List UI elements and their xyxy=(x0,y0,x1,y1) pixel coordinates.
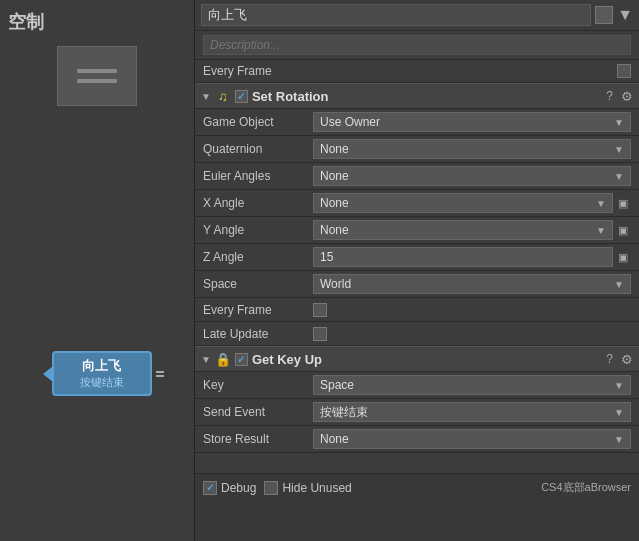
prop-label-z-angle: Z Angle xyxy=(203,250,313,264)
get-key-up-lock-icon: 🔒 xyxy=(215,351,231,367)
prop-label-late-update: Late Update xyxy=(203,327,313,341)
top-bar: ▼ xyxy=(195,0,639,31)
prop-row-y-angle: Y Angle None ▼ ▣ xyxy=(195,217,639,244)
top-bar-arrow-icon[interactable]: ▼ xyxy=(617,6,633,24)
prop-row-every-frame: Every Frame xyxy=(195,298,639,322)
set-rotation-header: ▼ ♫ ✓ Set Rotation ? ⚙ xyxy=(195,83,639,109)
set-rotation-enabled-checkbox[interactable]: ✓ xyxy=(235,90,248,103)
prop-row-late-update: Late Update xyxy=(195,322,639,346)
prop-label-x-angle: X Angle xyxy=(203,196,313,210)
preview-lines xyxy=(77,69,117,83)
space-dropdown[interactable]: World ▼ xyxy=(313,274,631,294)
prop-value-y-angle: None ▼ ▣ xyxy=(313,220,631,240)
quaternion-dropdown[interactable]: None ▼ xyxy=(313,139,631,159)
debug-label: Debug xyxy=(221,481,256,495)
z-angle-input[interactable] xyxy=(313,247,613,267)
late-update-checkbox[interactable] xyxy=(313,327,327,341)
get-key-up-enabled-checkbox[interactable]: ✓ xyxy=(235,353,248,366)
quaternion-value: None xyxy=(320,142,349,156)
prop-value-every-frame xyxy=(313,303,631,317)
y-angle-extra-icon: ▣ xyxy=(615,224,631,237)
prop-value-send-event: 按键结束 ▼ xyxy=(313,402,631,422)
bottom-right-text: CS4底部aBrowser xyxy=(541,480,631,495)
connector-lines xyxy=(156,371,164,377)
prop-label-space: Space xyxy=(203,277,313,291)
right-panel-wrap: ▼ Every Frame ▼ ♫ ✓ Set Rotation ? ⚙ Gam… xyxy=(195,0,639,541)
preview-line-2 xyxy=(77,79,117,83)
node-connector xyxy=(156,371,164,377)
connector-line-1 xyxy=(156,371,164,373)
prop-label-key: Key xyxy=(203,378,313,392)
left-panel: 空制 向上飞 按键结束 xyxy=(0,0,195,541)
set-rotation-chevron-icon[interactable]: ▼ xyxy=(201,91,211,102)
key-value: Space xyxy=(320,378,354,392)
get-key-up-chevron-icon[interactable]: ▼ xyxy=(201,354,211,365)
debug-checkbox-wrap: ✓ Debug xyxy=(203,481,256,495)
game-object-value: Use Owner xyxy=(320,115,380,129)
set-rotation-music-icon: ♫ xyxy=(215,88,231,104)
every-frame-top-checkbox[interactable] xyxy=(617,64,631,78)
y-angle-dropdown[interactable]: None ▼ xyxy=(313,220,613,240)
store-result-arrow-icon: ▼ xyxy=(614,434,624,445)
get-key-up-title: Get Key Up xyxy=(252,352,602,367)
x-angle-value: None xyxy=(320,196,349,210)
prop-row-x-angle: X Angle None ▼ ▣ xyxy=(195,190,639,217)
every-frame-top-row: Every Frame xyxy=(195,60,639,83)
prop-value-euler-angles: None ▼ xyxy=(313,166,631,186)
node-title: 向上飞 xyxy=(62,357,142,375)
x-angle-extra-icon: ▣ xyxy=(615,197,631,210)
x-angle-dropdown[interactable]: None ▼ xyxy=(313,193,613,213)
preview-box xyxy=(57,46,137,106)
hide-unused-wrap: Hide Unused xyxy=(264,481,351,495)
send-event-arrow-icon: ▼ xyxy=(614,407,624,418)
prop-label-every-frame: Every Frame xyxy=(203,303,313,317)
game-object-dropdown[interactable]: Use Owner ▼ xyxy=(313,112,631,132)
bottom-bar: ✓ Debug Hide Unused CS4底部aBrowser xyxy=(195,473,639,501)
z-angle-extra-icon: ▣ xyxy=(615,251,631,264)
get-key-up-header: ▼ 🔒 ✓ Get Key Up ? ⚙ xyxy=(195,346,639,372)
prop-value-game-object: Use Owner ▼ xyxy=(313,112,631,132)
send-event-value: 按键结束 xyxy=(320,404,368,421)
euler-angles-dropdown[interactable]: None ▼ xyxy=(313,166,631,186)
set-rotation-gear-icon[interactable]: ⚙ xyxy=(621,89,633,104)
spacer xyxy=(195,453,639,473)
left-panel-title: 空制 xyxy=(0,10,44,34)
prop-value-z-angle: ▣ xyxy=(313,247,631,267)
store-result-dropdown[interactable]: None ▼ xyxy=(313,429,631,449)
y-angle-arrow-icon: ▼ xyxy=(596,225,606,236)
prop-label-euler-angles: Euler Angles xyxy=(203,169,313,183)
prop-value-store-result: None ▼ xyxy=(313,429,631,449)
euler-angles-value: None xyxy=(320,169,349,183)
prop-value-space: World ▼ xyxy=(313,274,631,294)
prop-row-game-object: Game Object Use Owner ▼ xyxy=(195,109,639,136)
checkmark-icon: ✓ xyxy=(237,91,245,102)
y-angle-value: None xyxy=(320,223,349,237)
every-frame-checkbox[interactable] xyxy=(313,303,327,317)
set-rotation-help-icon[interactable]: ? xyxy=(606,89,613,103)
key-dropdown[interactable]: Space ▼ xyxy=(313,375,631,395)
get-key-up-gear-icon[interactable]: ⚙ xyxy=(621,352,633,367)
right-panel: ▼ Every Frame ▼ ♫ ✓ Set Rotation ? ⚙ Gam… xyxy=(195,0,639,501)
debug-checkbox[interactable]: ✓ xyxy=(203,481,217,495)
prop-row-key: Key Space ▼ xyxy=(195,372,639,399)
prop-row-space: Space World ▼ xyxy=(195,271,639,298)
node-container[interactable]: 向上飞 按键结束 xyxy=(43,351,152,396)
get-key-up-checkmark-icon: ✓ xyxy=(237,354,245,365)
prop-row-send-event: Send Event 按键结束 ▼ xyxy=(195,399,639,426)
hide-unused-checkbox[interactable] xyxy=(264,481,278,495)
quaternion-arrow-icon: ▼ xyxy=(614,144,624,155)
state-name-input[interactable] xyxy=(201,4,591,26)
get-key-up-help-icon[interactable]: ? xyxy=(606,352,613,366)
connector-line-2 xyxy=(156,375,164,377)
debug-checkmark-icon: ✓ xyxy=(206,482,214,493)
node-box[interactable]: 向上飞 按键结束 xyxy=(52,351,152,396)
description-input[interactable] xyxy=(203,35,631,55)
send-event-dropdown[interactable]: 按键结束 ▼ xyxy=(313,402,631,422)
preview-line-1 xyxy=(77,69,117,73)
prop-value-late-update xyxy=(313,327,631,341)
prop-label-y-angle: Y Angle xyxy=(203,223,313,237)
key-arrow-icon: ▼ xyxy=(614,380,624,391)
prop-row-z-angle: Z Angle ▣ xyxy=(195,244,639,271)
prop-row-store-result: Store Result None ▼ xyxy=(195,426,639,453)
prop-value-quaternion: None ▼ xyxy=(313,139,631,159)
